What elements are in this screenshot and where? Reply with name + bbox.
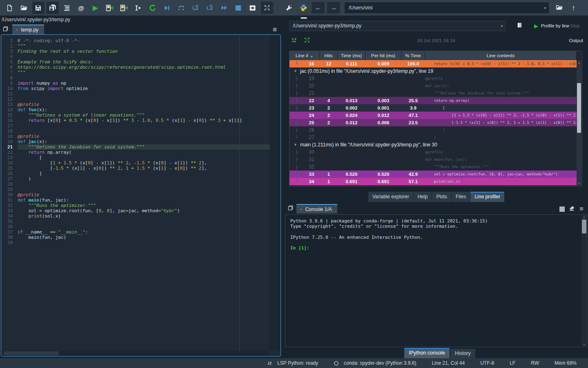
code-line[interactable]: 22 return np.array( <box>1 150 270 155</box>
code-line[interactable]: 15 """Defines a system of linear equatio… <box>1 112 270 118</box>
editor-tab-temp-py[interactable]: × temp.py <box>12 25 44 34</box>
tab-files[interactable]: Files <box>452 192 470 202</box>
run-to-cursor-button[interactable] <box>247 2 259 14</box>
editor-vertical-scrollbar[interactable] <box>270 35 281 350</box>
status-conda-spyder-dev-python-3-9-6[interactable]: conda: spyder-dev (Python 3.9.6) <box>334 360 416 366</box>
preferences-button[interactable] <box>283 2 295 14</box>
code-line[interactable]: 21 """Defines the Jacobian for said syst… <box>1 144 270 150</box>
forward-button[interactable]: → <box>327 2 340 13</box>
profile-by-line-button[interactable]: ▶ Profile by line <box>534 23 569 29</box>
clear-console-button[interactable] <box>567 204 577 213</box>
profiler-function-row[interactable]: ▼jac (0.051ms) in file "/Users/vini/.spy… <box>290 67 577 75</box>
tab-variable-explorer[interactable]: Variable explorer <box>368 192 413 202</box>
code-line[interactable]: 32 """Runs the optimizer.""" <box>1 203 270 208</box>
profiler-row[interactable]: ├2420.0240.01247.1 [1 + 1.5 * (x[0] - x[… <box>290 112 577 119</box>
chevron-down-icon[interactable]: ▾ <box>542 6 548 10</box>
profiler-row[interactable]: ├2520.0120.00623.5 [-1.5 * (x[1] - x[0])… <box>290 119 577 126</box>
column-header[interactable]: % Time <box>401 51 425 60</box>
editor-options-menu-button[interactable]: ≡ <box>270 25 280 34</box>
code-line[interactable]: 20def jac(x): <box>1 139 270 144</box>
scrollbar-thumb[interactable] <box>582 220 586 233</box>
outline-explorer-button[interactable] <box>61 2 73 14</box>
status-rw[interactable]: RW <box>531 360 539 366</box>
scroll-up-icon[interactable]: ▲ <box>577 61 581 64</box>
code-line[interactable]: 2""" <box>1 43 270 49</box>
code-line[interactable]: 37if __name__ == "__main__": <box>1 229 270 235</box>
code-line[interactable]: 4 <box>1 54 270 59</box>
status-line-21-col-44[interactable]: Line 21, Col 44 <box>432 360 465 366</box>
code-line[interactable]: 34 print(sol.x) <box>1 213 270 219</box>
run-cell-button[interactable] <box>104 2 116 14</box>
tab-plots[interactable]: Plots <box>432 192 451 202</box>
profiler-row[interactable]: ├2320.0020.0013.9 [ <box>290 104 577 112</box>
stop-profile-button[interactable]: Stop <box>570 23 580 28</box>
column-header[interactable]: Hits <box>320 51 338 60</box>
profiler-row[interactable]: └3410.6910.69157.1 print(sol.x) <box>290 178 577 185</box>
collapse-triangle-icon[interactable]: ▼ <box>294 143 297 147</box>
code-line[interactable]: 16 return [x[0] + 0.5 * (x[0] - x[1]) **… <box>1 118 270 123</box>
profiler-row[interactable]: ├19@profile <box>290 75 577 82</box>
code-line[interactable]: 35 <box>1 219 270 224</box>
step-return-button[interactable] <box>204 2 216 14</box>
code-line[interactable]: 29 <box>1 187 270 192</box>
editor-horizontal-scrollbar[interactable] <box>1 350 270 356</box>
tab-ipython-console[interactable]: IPython console <box>404 348 450 358</box>
code-editor[interactable]: 1# -*- coding: utf-8 -*-2"""3Finding the… <box>1 34 281 357</box>
scrollbar-thumb[interactable] <box>577 83 581 133</box>
code-line[interactable]: 38 main(fun, jac) <box>1 235 270 240</box>
code-line[interactable]: 33 sol = optimize.root(fun, [0, 0], jac=… <box>1 208 270 213</box>
tab-history[interactable]: History <box>450 349 475 358</box>
code-line[interactable]: 18 <box>1 128 270 134</box>
interrupt-kernel-button[interactable] <box>557 204 567 213</box>
chevron-down-icon[interactable]: ▾ <box>499 24 505 28</box>
code-line[interactable]: 26 ] <box>1 171 270 176</box>
column-header[interactable]: Per hit (ms) <box>365 51 401 60</box>
profiler-scrollbar[interactable]: ▲ ▼ <box>577 61 581 186</box>
profiler-row[interactable]: ├20def jac(x): <box>290 82 577 90</box>
profiler-row[interactable]: ├2240.0130.00325.5 return np.array( <box>290 97 577 104</box>
code-line[interactable]: 13@profile <box>1 102 270 107</box>
profiler-file-combobox[interactable]: /Users/vini/.spyder-py3/temp.py ▾ <box>289 21 506 31</box>
code-line[interactable]: 25 [-1.5 * (x[1] - x[0]) ** 2, 1 + 1.5 *… <box>1 166 270 171</box>
profiler-row[interactable]: ├30@profile <box>290 148 577 156</box>
code-line[interactable]: 11 <box>1 91 270 96</box>
profiler-row[interactable]: ├21 """Defines the Jacobian for said sys… <box>290 90 577 97</box>
code-line[interactable]: 28 <box>1 182 270 187</box>
code-line[interactable]: 19@profile <box>1 134 270 139</box>
scroll-up-icon[interactable]: ▲ <box>581 215 587 218</box>
select-file-button[interactable] <box>514 21 524 30</box>
run-cell-advance-button[interactable] <box>118 2 130 14</box>
code-line[interactable]: 12 <box>1 96 270 102</box>
profiler-function-row[interactable]: ▼main (1.211ms) in file "/Users/vini/.sp… <box>290 141 577 148</box>
dock-handle[interactable] <box>301 17 307 19</box>
new-file-button[interactable] <box>4 2 16 14</box>
browse-tabs-button[interactable] <box>0 25 11 34</box>
maximize-pane-button[interactable] <box>261 2 273 14</box>
code-line[interactable]: 39 <box>1 240 270 245</box>
working-directory-combobox[interactable]: /Users/vini ▾ <box>345 2 549 13</box>
step-over-button[interactable] <box>175 2 187 14</box>
debug-button[interactable] <box>161 2 173 14</box>
code-line[interactable]: 23 [ <box>1 155 270 160</box>
code-line[interactable]: 27 ) <box>1 176 270 182</box>
code-line[interactable]: 8 <box>1 75 270 81</box>
parent-directory-button[interactable]: ↑ <box>568 2 580 14</box>
code-line[interactable]: 31def main(fun, jac): <box>1 197 270 203</box>
profiler-row[interactable]: ├31def main(fun, jac): <box>290 156 577 163</box>
run-selection-button[interactable] <box>132 2 145 14</box>
close-tab-icon[interactable]: × <box>16 27 18 32</box>
console-prompt[interactable]: In [1]: <box>290 245 575 251</box>
profiler-row[interactable]: └16120.1110.009100.0 return [x[0] + 0.5 … <box>290 60 577 67</box>
symbol-finder-button[interactable]: @ <box>75 2 87 14</box>
run-button[interactable]: ▶ <box>89 2 102 14</box>
console-options-menu-button[interactable]: ≡ <box>577 204 586 213</box>
profiler-row[interactable]: ├32 """Runs the optimizer.""" <box>290 163 577 171</box>
scroll-down-icon[interactable]: ▼ <box>581 343 587 346</box>
browse-directory-button[interactable] <box>553 2 566 14</box>
code-line[interactable]: 7""" <box>1 70 270 75</box>
collapse-triangle-icon[interactable]: ▼ <box>294 69 297 73</box>
status-utf-8[interactable]: UTF-8 <box>480 360 494 366</box>
code-line[interactable]: 6https://docs.scipy.org/doc/scipy/refere… <box>1 65 270 70</box>
column-header[interactable]: Line contents <box>425 51 577 60</box>
tab-help[interactable]: Help <box>414 192 432 202</box>
